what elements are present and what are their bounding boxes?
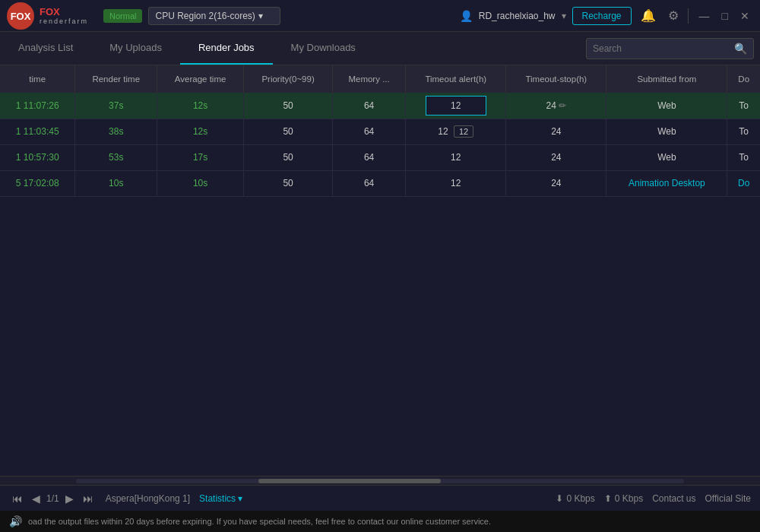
cell-priority: 50	[244, 93, 333, 119]
timeout-alert-input[interactable]	[426, 96, 486, 116]
download-speed: ⬇ 0 Kbps	[556, 493, 594, 504]
tooltip-badge: 12	[454, 125, 473, 138]
cell-timeout-alert: 12 12	[406, 119, 506, 144]
cell-memory: 64	[332, 170, 405, 196]
cell-timeout-alert-input[interactable]	[406, 93, 506, 119]
search-area: 🔍	[586, 32, 760, 65]
cell-average-time: 12s	[157, 119, 244, 144]
cell-render-time: 37s	[75, 93, 157, 119]
table-row: 5 17:02:08 10s 10s 50 64 12 24 Animation…	[0, 170, 760, 196]
scrollbar-track	[76, 479, 684, 483]
footer: ⏮ ◀ 1/1 ▶ ⏭ Aspera[HongKong 1] Statistic…	[0, 485, 760, 511]
first-page-button[interactable]: ⏮	[9, 491, 26, 506]
logo-subtext: renderfarm	[40, 17, 88, 25]
fox-logo-icon: FOX	[6, 2, 35, 30]
maximize-button[interactable]: □	[717, 8, 733, 24]
cell-time: 1 11:07:26	[0, 93, 75, 119]
cell-time: 5 17:02:08	[0, 170, 75, 196]
cell-submitted-from: Web	[606, 144, 727, 170]
window-controls: — □ ✕	[695, 8, 754, 24]
upload-icon: ⬆	[604, 493, 612, 504]
cell-render-time: 10s	[75, 170, 157, 196]
cell-do: To	[727, 93, 760, 119]
cell-timeout-stop: 24	[506, 119, 606, 144]
logo-text: FOX	[40, 6, 88, 17]
topbar-divider	[688, 8, 689, 24]
tab-render-jobs[interactable]: Render Jobs	[180, 32, 273, 65]
search-box: 🔍	[586, 38, 754, 59]
cell-priority: 50	[244, 144, 333, 170]
topbar: FOX FOX renderfarm Normal CPU Region 2(1…	[0, 0, 760, 32]
col-do: Do	[727, 65, 760, 93]
cell-submitted-from: Web	[606, 93, 727, 119]
aspera-label: Aspera[HongKong 1]	[106, 493, 190, 504]
tab-analysis-list[interactable]: Analysis List	[0, 32, 91, 65]
region-arrow-icon: ▾	[258, 11, 263, 21]
upload-speed: ⬆ 0 Kbps	[604, 493, 643, 504]
contact-us-link[interactable]: Contact us	[652, 493, 695, 504]
cell-average-time: 10s	[157, 170, 244, 196]
official-site-link[interactable]: Official Site	[705, 493, 751, 504]
cell-timeout-stop: 24 ✏	[506, 93, 606, 119]
user-dropdown-icon[interactable]: ▾	[562, 11, 566, 21]
cell-submitted-from: Animation Desktop	[606, 170, 727, 196]
page-info: 1/1	[46, 493, 59, 504]
svg-text:FOX: FOX	[11, 11, 31, 22]
statistics-button[interactable]: Statistics ▾	[199, 493, 242, 504]
cell-priority: 50	[244, 119, 333, 144]
col-submitted-from: Submitted from	[606, 65, 727, 93]
pagination: ⏮ ◀ 1/1 ▶ ⏭	[9, 491, 97, 506]
search-input[interactable]	[593, 43, 730, 54]
minimize-button[interactable]: —	[695, 8, 714, 24]
prev-page-button[interactable]: ◀	[29, 491, 43, 506]
cell-memory: 64	[332, 144, 405, 170]
cell-average-time: 17s	[157, 144, 244, 170]
recharge-button[interactable]: Recharge	[572, 7, 632, 25]
user-icon: 👤	[460, 10, 473, 22]
region-badge: Normal	[103, 9, 142, 23]
cell-average-time: 12s	[157, 93, 244, 119]
table-container: time Render time Average time Priority(0…	[0, 65, 760, 476]
cell-timeout-stop: 24	[506, 170, 606, 196]
cell-submitted-from: Web	[606, 119, 727, 144]
col-time: time	[0, 65, 75, 93]
cell-do: To	[727, 119, 760, 144]
cell-memory: 64	[332, 119, 405, 144]
download-icon: ⬇	[556, 493, 563, 504]
stats-arrow-icon: ▾	[238, 493, 242, 504]
last-page-button[interactable]: ⏭	[80, 491, 97, 506]
table-header-row: time Render time Average time Priority(0…	[0, 65, 760, 93]
col-timeout-alert: Timeout alert(h)	[406, 65, 506, 93]
col-average-time: Average time	[157, 65, 244, 93]
scrollbar-thumb[interactable]	[258, 479, 441, 483]
edit-icon[interactable]: ✏	[559, 100, 566, 111]
search-icon[interactable]: 🔍	[734, 43, 747, 55]
table-row: 1 10:57:30 53s 17s 50 64 12 24 Web To	[0, 144, 760, 170]
settings-icon[interactable]: ⚙	[665, 7, 682, 24]
tab-my-downloads[interactable]: My Downloads	[273, 32, 374, 65]
cell-render-time: 53s	[75, 144, 157, 170]
cell-timeout-stop: 24	[506, 144, 606, 170]
logo: FOX FOX renderfarm	[6, 2, 88, 30]
cell-do: To	[727, 144, 760, 170]
user-area: 👤 RD_rachelxiao_hw ▾	[460, 10, 566, 22]
col-render-time: Render time	[75, 65, 157, 93]
horizontal-scrollbar[interactable]	[0, 476, 760, 485]
region-selector[interactable]: CPU Region 2(16-cores) ▾	[148, 7, 280, 25]
cell-time: 1 10:57:30	[0, 144, 75, 170]
cell-do: Do	[727, 170, 760, 196]
status-sound-icon: 🔊	[9, 515, 22, 527]
cell-time: 1 11:03:45	[0, 119, 75, 144]
cell-timeout-alert: 12	[406, 144, 506, 170]
table-row: 1 11:03:45 38s 12s 50 64 12 12 24 Web To	[0, 119, 760, 144]
close-button[interactable]: ✕	[736, 8, 754, 24]
status-text: oad the output files within 20 days befo…	[28, 517, 491, 526]
notification-icon[interactable]: 🔔	[638, 7, 659, 24]
region-label: CPU Region 2(16-cores)	[155, 11, 255, 21]
next-page-button[interactable]: ▶	[62, 491, 77, 506]
cell-render-time: 38s	[75, 119, 157, 144]
tab-my-uploads[interactable]: My Uploads	[91, 32, 180, 65]
cell-priority: 50	[244, 170, 333, 196]
cell-timeout-alert: 12	[406, 170, 506, 196]
col-priority: Priority(0~99)	[244, 65, 333, 93]
